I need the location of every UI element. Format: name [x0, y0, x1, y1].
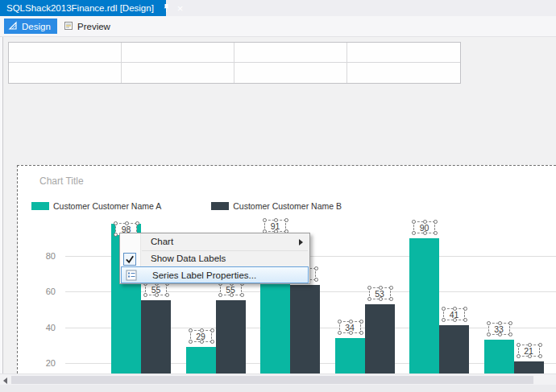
selection-handle[interactable]	[442, 318, 446, 322]
table-cell[interactable]	[347, 63, 460, 83]
selection-handle[interactable]	[528, 343, 532, 347]
menu-item-show-data-labels-label: Show Data Labels	[151, 254, 226, 263]
table-cell[interactable]	[347, 43, 460, 63]
selection-handle[interactable]	[263, 218, 267, 222]
selection-handle[interactable]	[538, 354, 542, 358]
selection-handle[interactable]	[367, 286, 371, 290]
selection-handle[interactable]	[349, 331, 353, 335]
data-label[interactable]: 53	[369, 287, 391, 299]
bar-series-a[interactable]	[409, 238, 439, 373]
data-label[interactable]: 41	[443, 308, 465, 320]
selection-handle[interactable]	[189, 328, 193, 332]
chart-legend[interactable]: Customer Customer Name A Customer Custom…	[31, 200, 342, 212]
selection-handle[interactable]	[367, 297, 371, 301]
selection-handle[interactable]	[210, 340, 214, 344]
preview-tab-button[interactable]: Preview	[60, 19, 117, 34]
selection-handle[interactable]	[498, 332, 502, 336]
selection-handle[interactable]	[274, 218, 278, 222]
selection-handle[interactable]	[230, 293, 234, 297]
selection-handle[interactable]	[189, 340, 193, 344]
table-cell[interactable]	[234, 43, 347, 63]
data-label[interactable]: 34	[339, 321, 361, 333]
pin-icon[interactable]	[162, 3, 171, 13]
bar-series-a[interactable]	[186, 347, 216, 373]
bar-series-b[interactable]	[216, 300, 246, 373]
selection-handle[interactable]	[498, 321, 502, 325]
selection-handle[interactable]	[487, 321, 491, 325]
selection-handle[interactable]	[442, 307, 446, 311]
selection-handle[interactable]	[314, 278, 318, 282]
scrollbar-thumb[interactable]	[11, 376, 533, 384]
data-label[interactable]: 55	[220, 283, 242, 295]
selection-handle[interactable]	[200, 340, 204, 344]
design-tab-button[interactable]: Design	[4, 19, 57, 34]
data-label[interactable]: 90	[413, 221, 435, 233]
selection-handle[interactable]	[114, 221, 118, 225]
scroll-left-arrow-icon[interactable]	[3, 378, 7, 384]
data-label[interactable]: 91	[264, 220, 286, 232]
bar-series-b[interactable]	[514, 361, 544, 373]
selection-handle[interactable]	[508, 321, 512, 325]
selection-handle[interactable]	[240, 293, 244, 297]
selection-handle[interactable]	[314, 266, 318, 270]
bar-series-a[interactable]	[335, 338, 365, 373]
selection-handle[interactable]	[453, 307, 457, 311]
bar-series-b[interactable]	[141, 300, 171, 373]
data-label[interactable]: 55	[145, 283, 167, 295]
close-icon[interactable]: ×	[177, 3, 184, 14]
bar-series-b[interactable]	[365, 304, 395, 373]
selection-handle[interactable]	[463, 318, 467, 322]
selection-handle[interactable]	[517, 354, 521, 358]
selection-handle[interactable]	[338, 320, 342, 324]
selection-handle[interactable]	[453, 318, 457, 322]
selection-handle[interactable]	[508, 332, 512, 336]
selection-handle[interactable]	[463, 307, 467, 311]
y-axis-tick-label: 60	[31, 287, 56, 296]
selection-handle[interactable]	[379, 297, 383, 301]
selection-handle[interactable]	[517, 343, 521, 347]
selection-handle[interactable]	[359, 331, 363, 335]
selection-handle[interactable]	[155, 293, 159, 297]
table-cell[interactable]	[9, 43, 122, 63]
selection-handle[interactable]	[423, 231, 427, 235]
selection-handle[interactable]	[434, 220, 438, 224]
selection-handle[interactable]	[284, 218, 288, 222]
table-cell[interactable]	[122, 63, 234, 83]
properties-icon	[126, 270, 137, 283]
selection-handle[interactable]	[218, 293, 222, 297]
report-table[interactable]	[8, 42, 461, 84]
selection-handle[interactable]	[389, 286, 393, 290]
menu-item-series-label-properties-label: Series Label Properties...	[152, 270, 256, 280]
selection-handle[interactable]	[125, 221, 129, 225]
selection-handle[interactable]	[379, 286, 383, 290]
table-cell[interactable]	[234, 63, 347, 83]
selection-handle[interactable]	[143, 293, 147, 297]
horizontal-scrollbar[interactable]	[0, 373, 556, 385]
data-label[interactable]: 21	[518, 345, 540, 357]
selection-handle[interactable]	[165, 293, 169, 297]
data-label[interactable]: 29	[190, 330, 212, 342]
selection-handle[interactable]	[412, 231, 416, 235]
selection-handle[interactable]	[528, 354, 532, 358]
table-cell[interactable]	[9, 63, 122, 83]
bar-series-b[interactable]	[439, 325, 469, 373]
selection-handle[interactable]	[389, 297, 393, 301]
document-tab[interactable]: SQLShack2013Finance.rdl [Design] ×	[0, 0, 166, 16]
selection-handle[interactable]	[210, 328, 214, 332]
selection-handle[interactable]	[359, 320, 363, 324]
selection-handle[interactable]	[487, 332, 491, 336]
bar-series-a[interactable]	[484, 340, 514, 373]
selection-handle[interactable]	[338, 331, 342, 335]
selection-handle[interactable]	[434, 231, 438, 235]
bar-series-b[interactable]	[290, 285, 320, 373]
table-cell[interactable]	[122, 43, 234, 63]
selection-handle[interactable]	[412, 220, 416, 224]
menu-item-series-label-properties[interactable]: Series Label Properties...	[121, 266, 309, 283]
menu-item-show-data-labels[interactable]: Show Data Labels	[120, 251, 309, 267]
selection-handle[interactable]	[423, 220, 427, 224]
selection-handle[interactable]	[200, 328, 204, 332]
data-label[interactable]: 33	[488, 323, 510, 335]
selection-handle[interactable]	[538, 343, 542, 347]
menu-item-chart[interactable]: Chart	[120, 234, 309, 250]
selection-handle[interactable]	[349, 320, 353, 324]
